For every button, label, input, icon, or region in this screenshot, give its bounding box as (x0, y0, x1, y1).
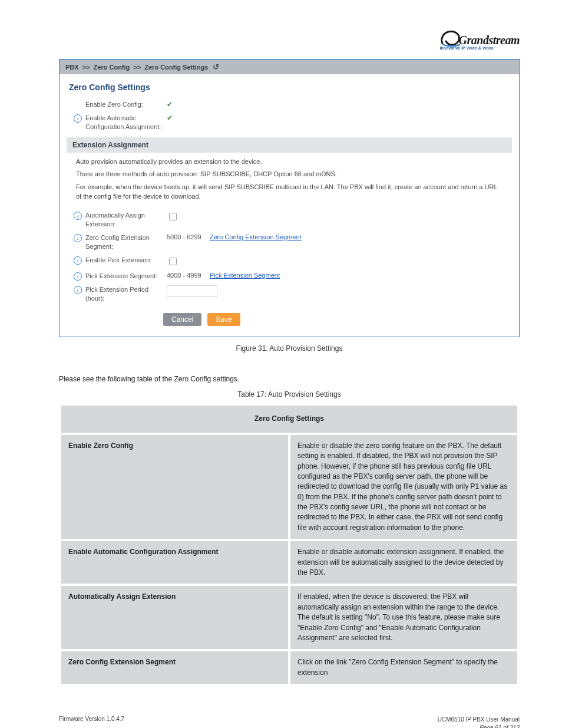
brand-logo: Grandstream Innovative IP Voice & Video (59, 29, 520, 51)
subheader-extension-assignment: Extension Assignment (67, 137, 512, 153)
label-zero-seg: Zero Config Extension Segment: (82, 233, 162, 251)
logo-swoosh-icon (440, 29, 461, 47)
table-header: Zero Config Settings (60, 404, 518, 433)
refresh-icon[interactable]: ↻ (213, 62, 219, 71)
row-enable-auto-conf: i Enable Automatic Configuration Assignm… (59, 111, 519, 134)
info-icon[interactable]: i (74, 114, 82, 123)
info-icon[interactable]: i (74, 234, 82, 242)
crumb-pbx: PBX (65, 64, 79, 71)
label-auto-assign-ext: Automatically Assign Extension: (82, 211, 162, 229)
crumb-settings: Zero Config Settings (144, 64, 208, 71)
figure-caption: Figure 31: Auto Provision Settings (59, 344, 520, 353)
save-button[interactable]: Save (207, 313, 240, 326)
info-icon[interactable]: i (74, 256, 82, 265)
row-pick-period: i Pick Extension Period (hour): (59, 283, 519, 305)
note-line-2: There are three methods of auto provisio… (76, 170, 503, 179)
table-row: Automatically Assign Extension If enable… (60, 585, 518, 650)
note-line-1: Auto provision automatically provides an… (76, 157, 503, 167)
breadcrumb: PBX >> Zero Config >> Zero Config Settin… (59, 60, 519, 74)
auto-provision-note: Auto provision automatically provides an… (59, 157, 519, 209)
row-zero-seg: i Zero Config Extension Segment: 5000 - … (59, 231, 519, 253)
check-icon: ✔ (167, 114, 173, 122)
page-footer: Firmware Version 1.0.4.7 UCM6510 IP PBX … (59, 716, 520, 728)
table-cell-right: Enable or disable the zero config featur… (289, 434, 518, 541)
crumb-zero-config: Zero Config (94, 64, 130, 71)
row-auto-assign-ext: i Automatically Assign Extension: (59, 209, 519, 231)
input-pick-period[interactable] (167, 285, 217, 297)
pick-seg-range: 4000 - 4999 (167, 272, 201, 279)
label-enable-auto-conf: Enable Automatic Configuration Assignmen… (82, 114, 162, 131)
label-enable-zero-config: Enable Zero Config: (82, 100, 162, 109)
table-cell-left: Automatically Assign Extension (60, 585, 289, 650)
table-row: Zero Config Extension Segment Click on t… (60, 650, 518, 685)
info-icon[interactable]: i (74, 272, 82, 281)
table-cell-left: Enable Automatic Configuration Assignmen… (60, 540, 289, 585)
logo-word: Grandstream (459, 34, 520, 47)
zero-seg-link[interactable]: Zero Config Extension Segment (210, 233, 302, 241)
table-cell-right: If enabled, when the device is discovere… (289, 585, 518, 650)
info-icon[interactable]: i (74, 286, 82, 294)
table-cell-left: Zero Config Extension Segment (60, 650, 289, 685)
zero-seg-range: 5000 - 6299 (167, 233, 201, 241)
button-row: Cancel Save (59, 305, 519, 337)
footer-firmware: Firmware Version 1.0.4.7 (59, 716, 124, 728)
note-line-3: For example, when the device boots up, i… (76, 183, 503, 202)
label-enable-pick: Enable Pick Extension: (82, 256, 162, 265)
section-title: Zero Config Settings (59, 74, 519, 98)
table-row: Enable Automatic Configuration Assignmen… (60, 540, 518, 585)
info-icon[interactable]: i (74, 212, 82, 220)
checkbox-auto-assign-ext[interactable] (169, 213, 177, 220)
table-caption: Table 17: Auto Provision Settings (59, 390, 520, 398)
check-icon: ✔ (167, 100, 173, 108)
table-cell-left: Enable Zero Config (60, 434, 289, 541)
zero-config-panel: PBX >> Zero Config >> Zero Config Settin… (59, 59, 520, 337)
post-text: Please see the following table of the Ze… (59, 374, 520, 384)
settings-table: Zero Config Settings Enable Zero Config … (59, 403, 520, 686)
footer-page: Page 61 of 313 (438, 724, 520, 728)
table-row: Enable Zero Config Enable or disable the… (60, 434, 518, 541)
checkbox-enable-pick[interactable] (169, 258, 177, 265)
table-cell-right: Click on the link "Zero Config Extension… (289, 650, 518, 685)
label-pick-seg: Pick Extension Segment: (82, 272, 162, 281)
footer-product: UCM6510 IP PBX User Manual (438, 716, 520, 724)
table-cell-right: Enable or disable automatic extension as… (289, 540, 518, 585)
row-pick-seg: i Pick Extension Segment: 4000 - 4999 Pi… (59, 269, 519, 283)
row-enable-pick: i Enable Pick Extension: (59, 253, 519, 269)
row-enable-zero-config: Enable Zero Config: ✔ (59, 98, 519, 111)
label-pick-period: Pick Extension Period (hour): (82, 285, 162, 303)
pick-seg-link[interactable]: Pick Extension Segment (210, 272, 280, 279)
cancel-button[interactable]: Cancel (163, 313, 201, 326)
